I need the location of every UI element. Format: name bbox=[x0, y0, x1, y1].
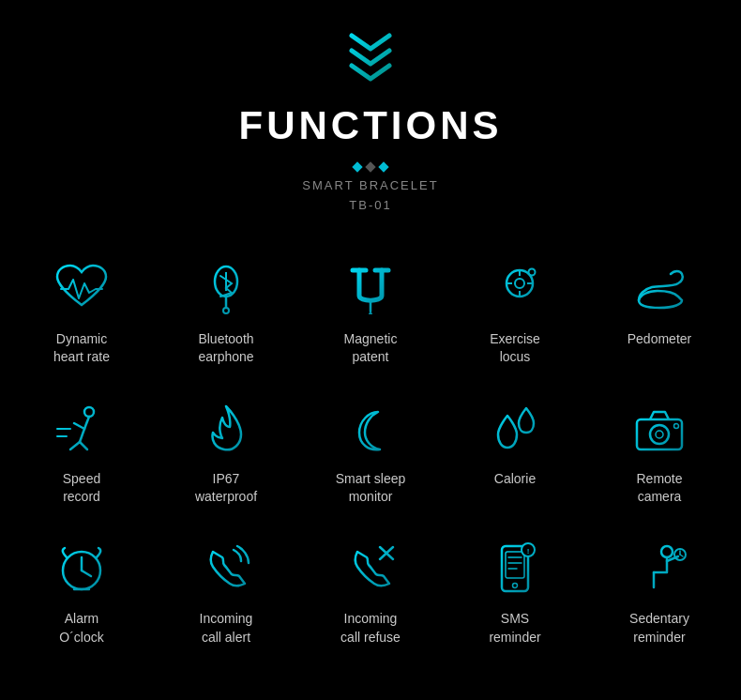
svg-line-29 bbox=[82, 571, 91, 576]
smart-sleep-monitor-label: Smart sleepmonitor bbox=[336, 470, 406, 507]
svg-point-2 bbox=[223, 308, 229, 313]
feature-remote-camera: Remotecamera bbox=[587, 384, 732, 524]
sedentary-reminder-label: Sedentaryreminder bbox=[629, 610, 689, 647]
exercise-locus-icon bbox=[482, 261, 548, 317]
pedometer-label: Pedometer bbox=[628, 330, 691, 349]
feature-alarm-clock: AlarmO´clock bbox=[9, 524, 154, 663]
svg-point-41 bbox=[661, 546, 673, 557]
feature-calorie: Calorie bbox=[443, 384, 587, 524]
svg-point-24 bbox=[650, 425, 669, 444]
call-refuse-icon bbox=[338, 540, 403, 597]
svg-point-25 bbox=[656, 431, 663, 438]
camera-icon bbox=[627, 401, 692, 457]
feature-incoming-call-refuse: Incomingcall refuse bbox=[298, 524, 443, 663]
svg-line-16 bbox=[84, 417, 89, 429]
svg-point-15 bbox=[84, 407, 94, 417]
alarm-clock-label: AlarmO´clock bbox=[59, 610, 103, 647]
ip67-waterproof-label: IP67waterproof bbox=[195, 470, 257, 507]
svg-line-45 bbox=[680, 555, 683, 556]
svg-line-20 bbox=[80, 442, 87, 449]
feature-ip67-waterproof: IP67waterproof bbox=[154, 384, 298, 524]
pedometer-icon bbox=[627, 261, 692, 317]
feature-magnetic-patent: Magneticpatent bbox=[298, 244, 443, 384]
waterproof-icon bbox=[193, 401, 259, 457]
subtitle-decor bbox=[354, 163, 387, 171]
heart-rate-label: Dynamicheart rate bbox=[53, 330, 110, 367]
exercise-locus-label: Exerciselocus bbox=[490, 330, 540, 367]
subtitle: SMART BRACELET TB-01 bbox=[302, 176, 438, 216]
sleep-icon bbox=[338, 401, 403, 457]
svg-text:!: ! bbox=[527, 547, 530, 555]
features-grid: Dynamicheart rate Bluetoothearpho bbox=[9, 244, 732, 664]
feature-bluetooth-earphone: Bluetoothearphone bbox=[154, 244, 298, 384]
chevron-logo bbox=[342, 28, 399, 94]
svg-line-19 bbox=[70, 442, 80, 449]
feature-dynamic-heart-rate: Dynamicheart rate bbox=[9, 244, 154, 384]
svg-rect-34 bbox=[506, 552, 524, 578]
svg-point-7 bbox=[369, 312, 372, 314]
feature-incoming-call-alert: Incomingcall alert bbox=[154, 524, 298, 663]
heart-rate-icon bbox=[49, 261, 114, 317]
feature-exercise-locus: Exerciselocus bbox=[443, 244, 587, 384]
magnet-icon bbox=[338, 261, 403, 317]
feature-smart-sleep-monitor: Smart sleepmonitor bbox=[298, 384, 443, 524]
call-alert-icon bbox=[193, 540, 259, 597]
feature-pedometer: Pedometer bbox=[587, 244, 732, 384]
incoming-call-refuse-label: Incomingcall refuse bbox=[340, 610, 401, 647]
svg-line-17 bbox=[74, 423, 84, 429]
svg-point-14 bbox=[529, 269, 536, 276]
incoming-call-alert-label: Incomingcall alert bbox=[200, 610, 253, 647]
calorie-label: Calorie bbox=[494, 470, 536, 489]
svg-point-40 bbox=[513, 584, 518, 588]
bluetooth-earphone-label: Bluetoothearphone bbox=[198, 330, 253, 367]
speed-icon bbox=[49, 401, 114, 457]
sms-reminder-label: SMSreminder bbox=[489, 610, 540, 647]
feature-speed-record: Speedrecord bbox=[9, 384, 154, 524]
svg-point-26 bbox=[674, 424, 679, 429]
page-title: FUNCTIONS bbox=[239, 103, 503, 148]
remote-camera-label: Remotecamera bbox=[636, 470, 682, 507]
alarm-clock-icon bbox=[49, 540, 114, 597]
svg-line-18 bbox=[80, 429, 84, 442]
feature-sms-reminder: ! SMSreminder bbox=[443, 524, 587, 663]
feature-sedentary-reminder: Sedentaryreminder bbox=[587, 524, 732, 663]
svg-point-9 bbox=[515, 279, 524, 288]
sedentary-icon bbox=[627, 540, 692, 597]
calorie-icon bbox=[482, 401, 548, 457]
magnetic-patent-label: Magneticpatent bbox=[344, 330, 398, 367]
sms-icon: ! bbox=[482, 540, 548, 597]
bluetooth-earphone-icon bbox=[193, 261, 259, 317]
speed-record-label: Speedrecord bbox=[63, 470, 100, 507]
